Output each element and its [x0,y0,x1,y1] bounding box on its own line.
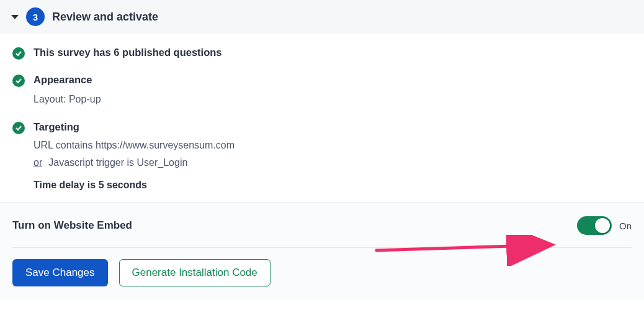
check-circle-icon [12,122,25,134]
website-embed-toggle[interactable] [577,216,612,235]
step-number-badge: 3 [26,7,45,26]
button-row: Save Changes Generate Installation Code [12,259,632,286]
questions-summary-text: This survey has 6 published questions [34,46,632,59]
toggle-knob [595,218,610,233]
targeting-time-delay-text: Time delay is 5 seconds [34,180,632,191]
divider [12,247,632,248]
review-item-questions: This survey has 6 published questions [12,46,632,60]
targeting-js-line: orJavascript trigger is User_Login [34,157,632,168]
section-title: Review and activate [52,11,158,24]
toggle-group: On [577,216,632,235]
review-item-targeting: Targeting URL contains https://www.surve… [12,121,632,191]
toggle-state-text: On [619,221,632,231]
review-content: This survey has 6 published questions Ap… [0,34,644,202]
check-circle-icon [12,47,25,60]
review-item-appearance: Appearance Layout: Pop-up [12,73,632,107]
or-operator-label: or [34,157,42,168]
targeting-js-trigger-text: Javascript trigger is User_Login [48,157,187,168]
targeting-url-line: URL contains https://www.surveysensum.co… [34,140,632,151]
check-circle-icon [12,75,25,87]
targeting-title: Targeting [34,121,632,134]
appearance-layout-text: Layout: Pop-up [34,93,632,106]
appearance-title: Appearance [34,73,632,86]
embed-toggle-row: Turn on Website Embed On [12,216,632,235]
save-changes-button[interactable]: Save Changes [12,259,108,286]
generate-installation-code-button[interactable]: Generate Installation Code [119,259,271,286]
section-header[interactable]: 3 Review and activate [0,0,644,34]
chevron-down-icon [11,15,19,19]
footer-section: Turn on Website Embed On Save Changes Ge… [0,202,644,300]
embed-toggle-label: Turn on Website Embed [12,219,132,232]
